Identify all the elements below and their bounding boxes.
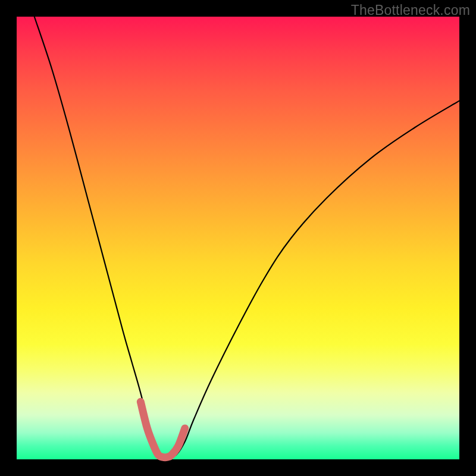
- watermark-text: TheBottleneck.com: [351, 2, 470, 18]
- chart-svg: [17, 17, 459, 459]
- chart-frame: TheBottleneck.com: [0, 0, 476, 476]
- plot-area: [17, 17, 459, 459]
- optimal-range-highlight: [140, 402, 184, 458]
- bottleneck-curve: [35, 17, 459, 458]
